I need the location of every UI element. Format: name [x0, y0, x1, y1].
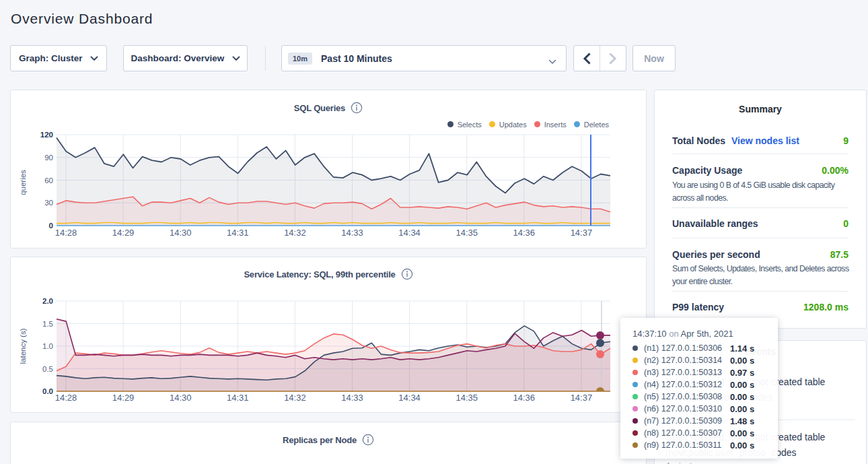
svg-text:14:30: 14:30: [170, 228, 192, 238]
svg-text:120: 120: [40, 131, 53, 139]
svg-text:60: 60: [44, 176, 53, 185]
svg-text:14:29: 14:29: [112, 393, 135, 403]
svg-text:0.0: 0.0: [42, 387, 53, 395]
svg-text:30: 30: [44, 199, 53, 207]
svg-text:14:32: 14:32: [284, 228, 306, 238]
svg-text:0: 0: [49, 222, 53, 230]
svg-text:14:28: 14:28: [55, 393, 77, 403]
svg-text:14:32: 14:32: [284, 393, 306, 403]
svg-text:14:34: 14:34: [398, 393, 421, 403]
svg-text:14:35: 14:35: [456, 228, 478, 238]
svg-text:1.5: 1.5: [42, 320, 53, 328]
svg-text:14:29: 14:29: [112, 228, 135, 238]
svg-text:14:33: 14:33: [341, 393, 363, 403]
svg-text:14:34: 14:34: [398, 228, 421, 238]
svg-text:14:31: 14:31: [227, 393, 249, 403]
svg-text:14:37: 14:37: [571, 228, 593, 238]
svg-text:14:35: 14:35: [456, 393, 478, 403]
svg-text:14:30: 14:30: [170, 393, 192, 403]
svg-text:14:37: 14:37: [571, 393, 593, 403]
svg-text:latency (s): latency (s): [19, 328, 27, 364]
svg-text:14:33: 14:33: [341, 228, 363, 238]
svg-text:1.0: 1.0: [42, 342, 53, 350]
svg-text:0.5: 0.5: [42, 365, 53, 373]
svg-text:14:31: 14:31: [227, 228, 249, 238]
svg-text:90: 90: [44, 154, 53, 162]
svg-text:14:28: 14:28: [55, 228, 77, 238]
svg-text:14:36: 14:36: [513, 393, 536, 403]
svg-text:2.0: 2.0: [42, 297, 53, 305]
svg-text:14:36: 14:36: [513, 228, 536, 238]
svg-text:queries: queries: [19, 170, 27, 195]
